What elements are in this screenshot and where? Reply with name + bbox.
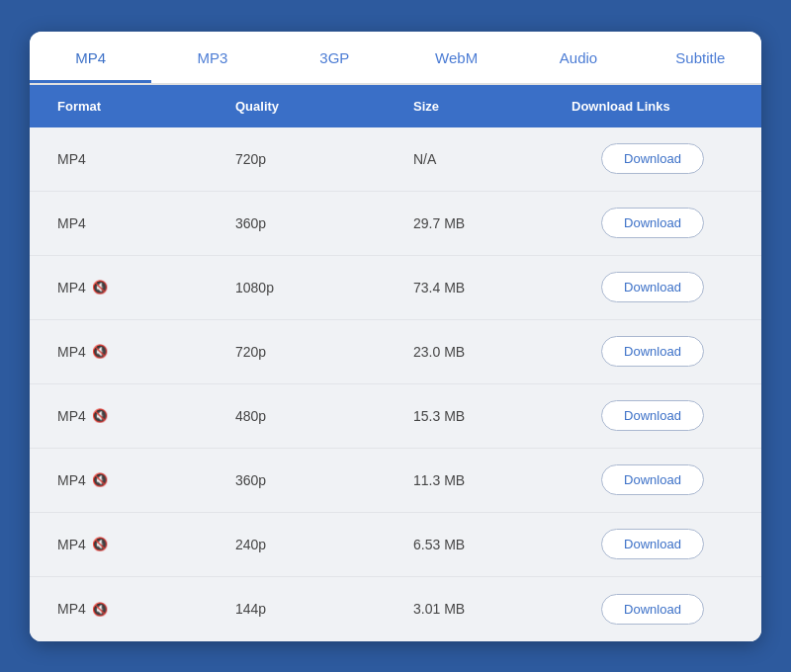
table-row: MP4360p29.7 MBDownload [30,192,761,256]
mute-icon: 🔇 [92,344,108,359]
download-button[interactable]: Download [601,208,704,238]
table-row: MP4🔇720p23.0 MBDownload [30,320,761,384]
download-button[interactable]: Download [601,529,704,559]
format-label: MP4 [57,472,86,488]
size-cell: 23.0 MB [405,328,564,376]
quality-cell: 480p [227,392,405,440]
table-row: MP4🔇1080p73.4 MBDownload [30,256,761,320]
format-label: MP4 [57,280,86,295]
format-cell: MP4🔇 [49,521,227,568]
format-label: MP4 [57,215,86,231]
download-button[interactable]: Download [601,143,704,174]
download-button[interactable]: Download [601,336,704,367]
format-cell: MP4🔇 [49,392,227,440]
mute-icon: 🔇 [92,602,108,617]
quality-cell: 360p [227,457,405,504]
tab-bar: MP4MP33GPWebMAudioSubtitle [30,32,761,85]
size-cell: 73.4 MB [405,264,564,311]
format-cell: MP4🔇 [49,585,227,632]
format-label: MP4 [57,601,86,617]
size-cell: 15.3 MB [405,392,564,440]
col-header-quality: Quality [227,95,405,118]
main-card: MP4MP33GPWebMAudioSubtitle FormatQuality… [30,32,761,641]
col-header-size: Size [405,95,564,118]
table-row: MP4🔇480p15.3 MBDownload [30,384,761,449]
tab-mp3[interactable]: MP3 [151,32,273,83]
table-row: MP4🔇240p6.53 MBDownload [30,513,761,577]
col-header-download-links: Download Links [564,95,742,118]
mute-icon: 🔇 [92,472,108,487]
download-cell: Download [564,449,742,511]
quality-cell: 720p [227,328,405,376]
download-cell: Download [564,578,742,640]
mute-icon: 🔇 [92,408,108,423]
format-label: MP4 [57,151,86,167]
format-label: MP4 [57,537,86,552]
tab-3gp[interactable]: 3GP [274,32,396,83]
table-header: FormatQualitySizeDownload Links [30,85,761,127]
download-cell: Download [564,127,742,190]
quality-cell: 360p [227,200,405,247]
tab-webm[interactable]: WebM [396,32,517,83]
download-cell: Download [564,320,742,382]
size-cell: N/A [405,135,564,183]
download-button[interactable]: Download [601,464,704,495]
format-label: MP4 [57,408,86,424]
table-row: MP4🔇360p11.3 MBDownload [30,449,761,513]
tab-audio[interactable]: Audio [517,32,639,83]
quality-cell: 720p [227,135,405,183]
format-cell: MP4🔇 [49,457,227,504]
format-label: MP4 [57,344,86,360]
quality-cell: 1080p [227,264,405,311]
mute-icon: 🔇 [92,280,108,294]
table-row: MP4🔇144p3.01 MBDownload [30,577,761,641]
tab-subtitle[interactable]: Subtitle [640,32,761,83]
format-cell: MP4🔇 [49,328,227,376]
download-cell: Download [564,513,742,575]
download-button[interactable]: Download [601,400,704,431]
download-cell: Download [564,256,742,318]
col-header-format: Format [49,95,227,118]
tab-mp4[interactable]: MP4 [30,32,151,83]
mute-icon: 🔇 [92,537,108,551]
format-cell: MP4🔇 [49,264,227,311]
download-cell: Download [564,384,742,447]
table-row: MP4720pN/ADownload [30,127,761,192]
download-button[interactable]: Download [601,272,704,302]
size-cell: 3.01 MB [405,585,564,632]
quality-cell: 144p [227,585,405,632]
download-button[interactable]: Download [601,594,704,625]
download-cell: Download [564,192,742,254]
size-cell: 11.3 MB [405,457,564,504]
quality-cell: 240p [227,521,405,568]
format-cell: MP4 [49,135,227,183]
size-cell: 29.7 MB [405,200,564,247]
table-body: MP4720pN/ADownloadMP4360p29.7 MBDownload… [30,127,761,641]
size-cell: 6.53 MB [405,521,564,568]
format-cell: MP4 [49,200,227,247]
